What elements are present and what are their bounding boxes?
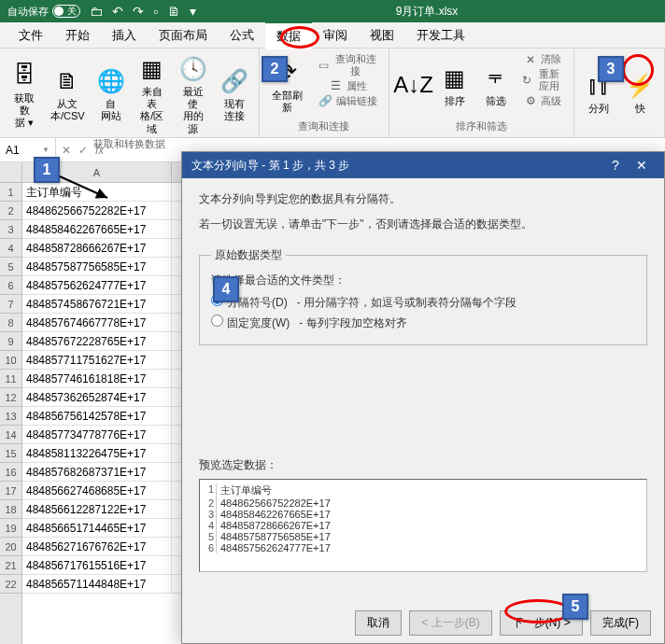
fx-icon[interactable]: fx <box>95 144 104 157</box>
advanced-button[interactable]: ⚙高级 <box>518 93 569 108</box>
cell[interactable]: 484858113226475E+17 <box>22 444 172 463</box>
row-header[interactable]: 8 <box>0 314 21 332</box>
sort-az-button[interactable]: A↓Z <box>395 52 432 119</box>
close-icon[interactable]: ✕ <box>629 158 655 173</box>
row-header[interactable]: 11 <box>0 370 21 388</box>
row-header[interactable]: 10 <box>0 351 21 370</box>
row-header[interactable]: 3 <box>0 220 21 239</box>
row-header[interactable]: 5 <box>0 258 21 276</box>
row-header[interactable]: 7 <box>0 295 21 314</box>
existing-conn-button[interactable]: 🔗现有连接 <box>216 52 253 137</box>
finish-button[interactable]: 完成(F) <box>590 610 651 636</box>
radio-fixedwidth-row[interactable]: 固定宽度(W) - 每列字段加空格对齐 <box>211 315 635 331</box>
reapply-button[interactable]: ↻重新应用 <box>518 67 569 93</box>
radio-fixedwidth[interactable]: 固定宽度(W) <box>211 315 290 331</box>
save-icon[interactable]: 🗀 <box>90 4 103 19</box>
from-csv-button[interactable]: 🗎从文本/CSV <box>47 52 89 137</box>
get-data-button[interactable]: 🗄获取数据 ▾ <box>6 52 43 137</box>
row-header[interactable]: 15 <box>0 444 21 463</box>
row-header[interactable]: 17 <box>0 482 21 500</box>
redo-icon[interactable]: ↷ <box>133 4 144 19</box>
cell[interactable]: 484857362652874E+17 <box>22 388 172 407</box>
row-header[interactable]: 14 <box>0 426 21 444</box>
ribbon-group-getdata: 🗄获取数据 ▾ 🗎从文本/CSV 🌐自网站 ▦来自表格/区域 🕓最近使用的源 🔗… <box>0 49 260 137</box>
back-button[interactable]: < 上一步(B) <box>409 610 491 636</box>
preview-line: 5484857587756585E+17 <box>204 531 643 542</box>
row-header[interactable]: 4 <box>0 239 21 258</box>
cell[interactable]: 484857746161818E+17 <box>22 370 172 388</box>
ribbon-tabs: 文件 开始 插入 页面布局 公式 数据 审阅 视图 开发工具 <box>0 22 665 49</box>
row-header[interactable]: 1 <box>0 183 21 202</box>
cell[interactable]: 484856571144848E+17 <box>22 575 172 594</box>
preview-box[interactable]: 1主订单编号 2484862566752282E+17 348485846226… <box>199 479 647 572</box>
tab-developer[interactable]: 开发工具 <box>405 22 476 49</box>
dropdown-icon[interactable]: ▼ <box>42 146 50 154</box>
formula-bar[interactable]: ✕ ✓ fx <box>56 144 109 157</box>
dialog-title: 文本分列向导 - 第 1 步，共 3 步 <box>191 158 349 174</box>
cell[interactable]: 484857682687371E+17 <box>22 463 172 482</box>
cell[interactable]: 484857711751627E+17 <box>22 351 172 370</box>
cell[interactable]: 484857674667778E+17 <box>22 314 172 332</box>
row-header[interactable]: 18 <box>0 500 21 519</box>
select-all-corner[interactable] <box>0 162 21 183</box>
row-header[interactable]: 16 <box>0 463 21 482</box>
cell[interactable]: 484856627468685E+17 <box>22 482 172 500</box>
tab-formulas[interactable]: 公式 <box>219 22 265 49</box>
help-icon[interactable]: ? <box>602 158 629 173</box>
cell[interactable]: 484856717615516E+17 <box>22 556 172 575</box>
row-header[interactable]: 19 <box>0 519 21 538</box>
row-header[interactable]: 6 <box>0 276 21 295</box>
clear-button[interactable]: ✕清除 <box>518 52 569 67</box>
queries-connections-button[interactable]: ▭查询和连接 <box>314 52 383 78</box>
row-header[interactable]: 20 <box>0 538 21 556</box>
annotation-callout-3: 3 <box>598 56 624 82</box>
from-table-button[interactable]: ▦来自表格/区域 <box>134 52 171 137</box>
qat-dropdown-icon[interactable]: ▾ <box>190 4 196 19</box>
advanced-icon: ⚙ <box>524 94 537 107</box>
tab-home[interactable]: 开始 <box>54 22 101 49</box>
edit-links-button[interactable]: 🔗编辑链接 <box>314 93 383 108</box>
sort-icon: ▦ <box>440 63 470 93</box>
edit-links-icon: 🔗 <box>319 94 332 107</box>
cell[interactable]: 484857587756585E+17 <box>22 258 172 276</box>
radio-fixedwidth-input[interactable] <box>211 315 223 327</box>
row-header[interactable]: 2 <box>0 202 21 220</box>
cell[interactable]: 484857458676721E+17 <box>22 295 172 314</box>
cell[interactable]: 484857672228765E+17 <box>22 332 172 351</box>
properties-button[interactable]: ☰属性 <box>314 78 383 93</box>
toggle-switch[interactable] <box>52 5 80 18</box>
cancel-icon[interactable]: ✕ <box>62 144 71 157</box>
confirm-icon[interactable]: ✓ <box>78 144 88 157</box>
from-web-button[interactable]: 🌐自网站 <box>92 52 130 137</box>
cell[interactable]: 484856756142578E+17 <box>22 407 172 426</box>
qat-icon[interactable]: 🗎 <box>167 4 180 19</box>
cell[interactable]: 484857562624777E+17 <box>22 276 172 295</box>
original-data-type-fieldset: 原始数据类型 请选择最合适的文件类型： 分隔符号(D) - 用分隔字符，如逗号或… <box>199 247 647 345</box>
tab-view[interactable]: 视图 <box>359 22 405 49</box>
table-icon: ▦ <box>137 54 167 84</box>
qat-icon[interactable]: ▫ <box>153 4 158 19</box>
row-header[interactable]: 22 <box>0 575 21 594</box>
row-header[interactable]: 9 <box>0 332 21 351</box>
cell[interactable]: 484856271676762E+17 <box>22 538 172 556</box>
cell[interactable]: 484858462267665E+17 <box>22 220 172 239</box>
autosave-toggle[interactable]: 自动保存 <box>7 5 80 19</box>
recent-sources-button[interactable]: 🕓最近使用的源 <box>175 52 212 137</box>
tab-insert[interactable]: 插入 <box>101 22 148 49</box>
sort-button[interactable]: ▦排序 <box>436 52 474 119</box>
cell[interactable]: 484856651714465E+17 <box>22 519 172 538</box>
filter-button[interactable]: ⫧筛选 <box>477 52 515 119</box>
undo-icon[interactable]: ↶ <box>112 4 123 19</box>
row-header[interactable]: 13 <box>0 407 21 426</box>
group-label: 查询和连接 <box>265 119 383 133</box>
cell[interactable]: 484858728666267E+17 <box>22 239 172 258</box>
tab-pagelayout[interactable]: 页面布局 <box>148 22 219 49</box>
cell[interactable]: 484857734778776E+17 <box>22 426 172 444</box>
cancel-button[interactable]: 取消 <box>355 610 402 636</box>
tab-file[interactable]: 文件 <box>7 22 54 49</box>
dialog-titlebar[interactable]: 文本分列向导 - 第 1 步，共 3 步 ? ✕ <box>182 152 664 178</box>
row-header[interactable]: 12 <box>0 388 21 407</box>
radio-delimited-row[interactable]: 分隔符号(D) - 用分隔字符，如逗号或制表符分隔每个字段 <box>211 294 635 311</box>
row-header[interactable]: 21 <box>0 556 21 575</box>
cell[interactable]: 484856612287122E+17 <box>22 500 172 519</box>
